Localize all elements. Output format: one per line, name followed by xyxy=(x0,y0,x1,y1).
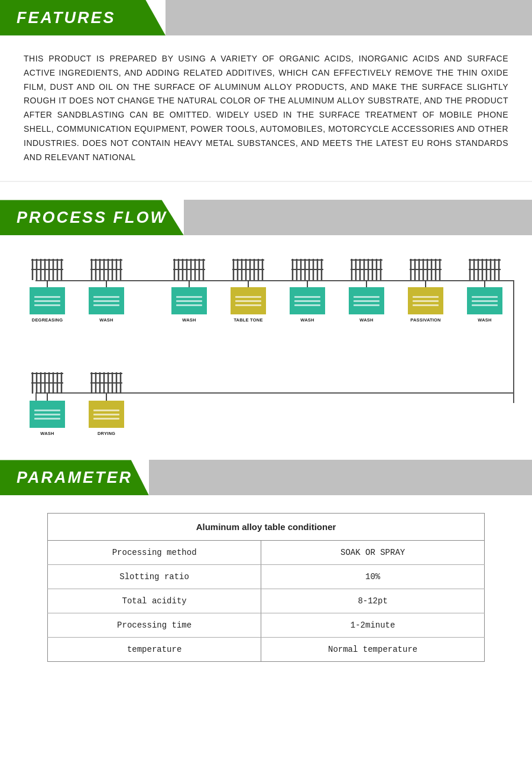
vline-wash-1 xyxy=(106,280,107,287)
param-label-2: Total acidity xyxy=(48,589,261,613)
param-label-1: Slotting ratio xyxy=(48,565,261,589)
tank-body-wash-4 xyxy=(349,287,384,314)
features-divider xyxy=(0,181,532,182)
process-flow-header: PROCESS FLOW xyxy=(0,200,532,235)
label-drying: DRYING xyxy=(98,431,115,436)
features-text: THIS PRODUCT IS PREPARED BY USING A VARI… xyxy=(0,35,532,175)
features-title: FEATURES xyxy=(17,9,116,27)
parameter-section: PARAMETER Aluminum alloy table condition… xyxy=(0,460,532,685)
vline-passivation xyxy=(425,280,426,287)
process-flow-title: PROCESS FLOW xyxy=(17,209,167,227)
rack-table-tone xyxy=(231,259,265,280)
table-row: Processing method SOAK OR SPRAY xyxy=(48,541,485,565)
label-wash-2: WASH xyxy=(182,317,196,323)
tank-degreasing: DEGREASING xyxy=(18,259,77,323)
tank-wash-3: WASH xyxy=(278,259,337,323)
label-wash-6: WASH xyxy=(40,431,54,436)
table-row: temperature Normal temperature xyxy=(48,638,485,662)
label-passivation: PASSIVATION xyxy=(410,317,440,323)
process-flow-section: PROCESS FLOW xyxy=(0,200,532,448)
tank-wash-4: WASH xyxy=(337,259,396,323)
process-flow-gray-fill xyxy=(184,200,532,235)
tank-drying: DRYING xyxy=(77,372,136,436)
table-row: Slotting ratio 10% xyxy=(48,565,485,589)
tank-body-wash-2 xyxy=(171,287,207,314)
rack-wash-1 xyxy=(89,259,124,280)
param-label-3: Processing time xyxy=(48,613,261,638)
tank-passivation: PASSIVATION xyxy=(396,259,455,323)
rack-wash-3 xyxy=(290,259,325,280)
tank-table-tone: TABLE TONE xyxy=(219,259,278,323)
vline-wash-2 xyxy=(189,280,190,287)
rack-degreasing xyxy=(30,259,64,280)
features-gray-fill xyxy=(166,0,532,35)
tank-body-wash-6 xyxy=(30,401,65,428)
rack-wash-5 xyxy=(468,259,502,280)
v-line-right xyxy=(513,372,514,394)
tank-body-wash-5 xyxy=(467,287,502,314)
table-title: Aluminum alloy table conditioner xyxy=(48,514,485,541)
rack-passivation xyxy=(408,259,443,280)
tank-row-1: DEGREASING xyxy=(18,259,514,323)
param-value-4: Normal temperature xyxy=(261,638,485,662)
parameter-title: PARAMETER xyxy=(17,469,132,487)
table-row: Total acidity 8-12pt xyxy=(48,589,485,613)
parameter-table-wrap: Aluminum alloy table conditioner Process… xyxy=(0,495,532,685)
label-wash-5: WASH xyxy=(478,317,491,323)
vline-wash-3 xyxy=(307,280,308,287)
tank-wash-1: WASH xyxy=(77,259,136,323)
tank-wash-6: WASH xyxy=(18,372,77,436)
tank-row-2: WASH xyxy=(18,372,514,436)
rack-wash-2 xyxy=(172,259,206,280)
label-wash-3: WASH xyxy=(300,317,314,323)
diagram-bottom-pad xyxy=(12,436,520,448)
label-degreasing: DEGREASING xyxy=(32,317,63,323)
param-value-3: 1-2minute xyxy=(261,613,485,638)
parameter-header: PARAMETER xyxy=(0,460,532,495)
rack-drying xyxy=(89,372,124,394)
label-wash-4: WASH xyxy=(359,317,373,323)
param-value-0: SOAK OR SPRAY xyxy=(261,541,485,565)
parameter-table: Aluminum alloy table conditioner Process… xyxy=(47,513,485,662)
vline-table-tone xyxy=(248,280,249,287)
tank-body-table-tone xyxy=(231,287,266,314)
vline-degreasing xyxy=(47,280,48,287)
features-section: FEATURES THIS PRODUCT IS PREPARED BY USI… xyxy=(0,0,532,182)
tank-wash-2: WASH xyxy=(160,259,219,323)
param-value-2: 8-12pt xyxy=(261,589,485,613)
process-flow-green-label: PROCESS FLOW xyxy=(0,200,184,235)
rack-wash-4 xyxy=(349,259,384,280)
tank-body-wash-3 xyxy=(290,287,325,314)
tank-wash-5: WASH xyxy=(455,259,514,323)
vline-wash-6 xyxy=(47,394,48,401)
process-flow-diagram: DEGREASING xyxy=(0,235,532,448)
param-value-1: 10% xyxy=(261,565,485,589)
parameter-green-label: PARAMETER xyxy=(0,460,149,495)
tank-body-wash-1 xyxy=(89,287,124,314)
flow-row-2-wrap: WASH xyxy=(18,372,514,436)
features-header: FEATURES xyxy=(0,0,532,35)
rack-wash-6 xyxy=(30,372,64,394)
vline-drying xyxy=(106,394,107,401)
vline-wash-5 xyxy=(484,280,485,287)
tank-body-passivation xyxy=(408,287,443,314)
vline-wash-4 xyxy=(366,280,367,287)
table-row: Processing time 1-2minute xyxy=(48,613,485,638)
flow-row-1: DEGREASING xyxy=(18,259,514,323)
label-table-tone: TABLE TONE xyxy=(233,317,262,323)
tank-body-degreasing xyxy=(30,287,65,314)
param-label-0: Processing method xyxy=(48,541,261,565)
features-green-label: FEATURES xyxy=(0,0,166,35)
param-label-4: temperature xyxy=(48,638,261,662)
parameter-gray-fill xyxy=(149,460,532,495)
label-wash-1: WASH xyxy=(99,317,113,323)
tank-body-drying xyxy=(89,401,124,428)
